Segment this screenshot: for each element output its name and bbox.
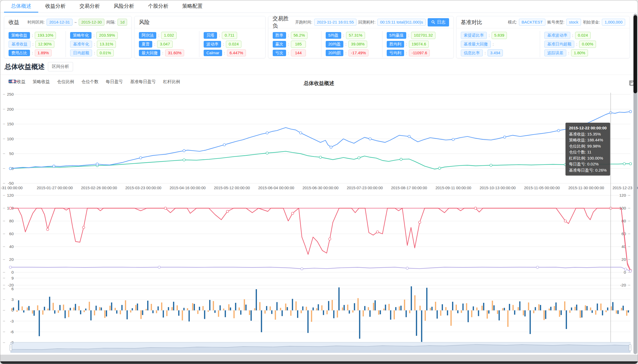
svg-text:20: 20 xyxy=(9,257,14,262)
svg-text:2015-06-30 00:00:00: 2015-06-30 00:00:00 xyxy=(302,186,339,190)
summary-panels: 收益时间区间:2014-12-31~2015-12-30间隔:1d策略收益:19… xyxy=(0,13,638,59)
metric-label: 追踪误差 xyxy=(544,49,566,57)
metric-trade-3: 赢次:185 xyxy=(273,40,321,49)
metric-colon: : xyxy=(489,33,490,38)
metric-label: 5均赢值 xyxy=(387,32,406,39)
horizontal-scrollbar[interactable] xyxy=(0,355,638,361)
metric-benchmark-5: 追踪误差:1.80% xyxy=(540,49,625,57)
trade-field-0[interactable]: 2023-11-21 16:01:55 xyxy=(314,19,356,26)
benchmark-field-1[interactable]: stock xyxy=(566,19,581,26)
field-label: 回测耗时: xyxy=(358,20,375,25)
backtest-dashboard: 总体概述收益分析交易分析风险分析个股分析策略配置 收益时间区间:2014-12-… xyxy=(0,0,638,364)
metric-colon: : xyxy=(406,51,407,55)
legend-item-3[interactable]: 仓位个数 xyxy=(81,79,98,85)
legend-item-1[interactable]: 策略收益 xyxy=(33,79,50,85)
svg-text:100: 100 xyxy=(619,206,626,210)
legend-label: 每日盈亏 xyxy=(106,79,123,85)
metric-label: 策略收益 xyxy=(9,32,30,39)
metric-benchmark-4: 信息比率:3.494 xyxy=(461,49,540,57)
legend-item-6[interactable]: 杠杆比例 xyxy=(163,79,180,85)
svg-text:-31 00:00:00: -31 00:00:00 xyxy=(1,186,22,190)
benchmark-field-2[interactable]: 1,000,000 xyxy=(602,19,625,26)
metric-risk-1: 贝塔:0.711 xyxy=(199,31,261,40)
metric-value: 31.60% xyxy=(165,49,184,57)
metric-value xyxy=(496,43,511,45)
metric-label: 日均超额 xyxy=(70,49,92,57)
legend-label: 杠杆比例 xyxy=(163,79,180,85)
metric-colon: : xyxy=(406,42,407,47)
datazoom-slider[interactable] xyxy=(10,342,631,353)
svg-text:2015-02-26 00:00:00: 2015-02-26 00:00:00 xyxy=(81,186,117,190)
income-field-2[interactable]: 1d xyxy=(117,19,127,26)
metric-label: 信息比率 xyxy=(461,49,483,57)
metric-label: 阿尔法 xyxy=(139,32,156,39)
metric-value: 6.447% xyxy=(227,49,246,57)
svg-text:2015-11-05 00:00:00: 2015-11-05 00:00:00 xyxy=(524,186,560,190)
metric-colon: : xyxy=(94,51,95,55)
tab-3[interactable]: 风险分析 xyxy=(107,0,141,13)
tab-4[interactable]: 个股分析 xyxy=(141,0,175,13)
metric-trade-0: 胜率:56.2% xyxy=(273,31,321,40)
svg-text:100: 100 xyxy=(7,137,14,141)
svg-text:0: 0 xyxy=(624,270,626,274)
field-label: 间隔: xyxy=(106,20,115,25)
metric-colon: : xyxy=(345,42,346,47)
svg-text:0: 0 xyxy=(12,166,14,171)
panel-trade: 交易胜负开跑时间:2023-11-21 16:01:55回测耗时:00:15:1… xyxy=(268,16,454,58)
datazoom-left-handle[interactable] xyxy=(10,344,12,351)
metric-value: 5.839 xyxy=(492,32,507,39)
benchmark-field-0[interactable]: BACKTEST xyxy=(519,19,545,26)
range-analysis-button[interactable]: 区间分析 xyxy=(48,62,73,71)
legend-item-5[interactable]: 基准每日盈亏 xyxy=(130,79,156,85)
tab-0[interactable]: 总体概述 xyxy=(4,0,38,13)
metric-value: 185 xyxy=(291,41,306,48)
panel-title-trade: 交易胜负 xyxy=(273,15,293,29)
search-icon xyxy=(431,20,435,24)
legend-label: 策略收益 xyxy=(33,79,50,85)
log-button[interactable]: 日志 xyxy=(428,18,449,26)
metric-trade-8: 亏均利:-11097.6 xyxy=(382,49,449,57)
metric-colon: : xyxy=(224,51,225,55)
field-label: 初始资金: xyxy=(583,20,600,25)
metric-value: 0.711 xyxy=(222,32,237,39)
vertical-scrollbar[interactable] xyxy=(633,14,637,354)
metric-colon: : xyxy=(493,42,494,47)
metric-colon: : xyxy=(32,33,33,38)
svg-text:60: 60 xyxy=(9,231,14,236)
field-label: 开跑时间: xyxy=(295,20,312,25)
legend-label: 仓位比例 xyxy=(57,79,74,85)
tab-2[interactable]: 交易分析 xyxy=(73,0,107,13)
legend-item-4[interactable]: 每日盈亏 xyxy=(106,79,123,85)
metric-colon: : xyxy=(32,42,33,47)
metric-trade-5: 胜均利:19074.6 xyxy=(382,40,449,49)
metric-trade-7: 20均损:-17.49% xyxy=(321,49,382,57)
chart-legend: 基准收益策略收益仓位比例仓位个数每日盈亏基准每日盈亏杠杆比例 xyxy=(8,79,180,85)
tooltip-row: 策略收益: 188.44% xyxy=(569,137,607,143)
vertical-scrollbar-thumb[interactable] xyxy=(633,15,637,93)
tab-5[interactable]: 策略配置 xyxy=(175,0,210,13)
metric-colon: : xyxy=(408,33,409,38)
metric-value: 102701.32 xyxy=(411,32,435,39)
metric-label: 基准收益 xyxy=(9,41,31,48)
panel-title-income: 收益 xyxy=(9,19,19,26)
legend-item-2[interactable]: 仓位比例 xyxy=(57,79,74,85)
trade-field-1[interactable]: 00:15:11 total(911.000)s xyxy=(377,19,426,26)
metric-value: 1.032 xyxy=(161,32,177,39)
metric-value: 3.494 xyxy=(488,49,503,57)
metric-value: 0.024 xyxy=(226,41,241,48)
tab-1[interactable]: 收益分析 xyxy=(38,0,73,13)
top-tab-bar: 总体概述收益分析交易分析风险分析个股分析策略配置 xyxy=(0,0,638,13)
metric-colon: : xyxy=(288,51,289,55)
metric-colon: : xyxy=(162,51,163,55)
metric-label: 费用占比 xyxy=(9,50,30,56)
metric-value: 19074.6 xyxy=(409,41,429,48)
metric-value: 193.10% xyxy=(35,32,56,39)
svg-text:2015-03-23 00:00:00: 2015-03-23 00:00:00 xyxy=(125,186,161,190)
income-field-1[interactable]: 2015-12-30 xyxy=(79,19,105,26)
panel-title-risk: 风险 xyxy=(139,19,150,26)
datazoom-right-handle[interactable] xyxy=(629,344,631,351)
chart-tooltip: 2015-12-22 00:00:00 基准收益: 15.35%策略收益: 18… xyxy=(565,123,610,176)
svg-text:80: 80 xyxy=(621,219,626,223)
metric-label: 20均损 xyxy=(326,50,344,56)
income-field-0[interactable]: 2014-12-31 xyxy=(47,19,73,26)
